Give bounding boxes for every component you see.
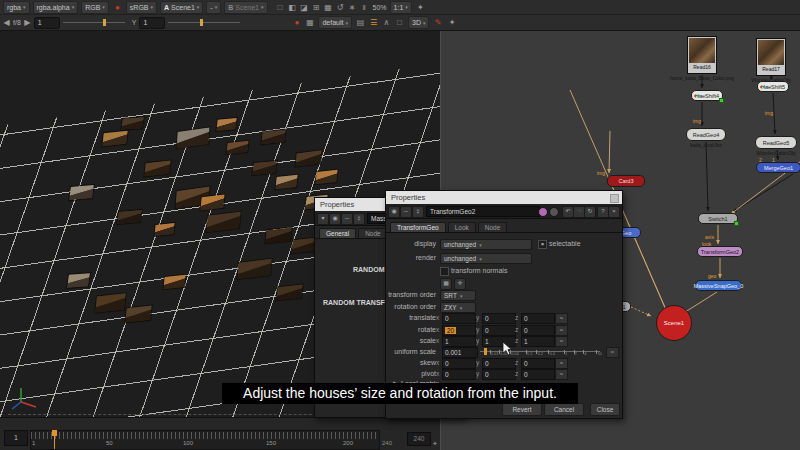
node-read17[interactable]: Read17 xyxy=(756,38,786,76)
uniform-scale-input[interactable]: 0.001 xyxy=(442,347,478,358)
node-mergegeo1[interactable]: MergeGeo1 xyxy=(756,162,800,173)
prev-view-icon[interactable]: ◀ xyxy=(3,17,10,28)
rotate-y-input[interactable]: 0 xyxy=(482,325,516,336)
next-view-icon[interactable]: ▶ xyxy=(24,17,31,28)
animation-curve-icon[interactable]: ≈ xyxy=(606,347,619,358)
tab-node[interactable]: Node xyxy=(358,228,388,238)
translate-z-input[interactable]: 0 xyxy=(521,313,555,324)
visibility-icon[interactable]: ✦ xyxy=(415,2,426,13)
playhead[interactable] xyxy=(54,431,55,449)
slider-handle[interactable] xyxy=(484,348,487,355)
rotate-x-input[interactable]: 20 xyxy=(442,325,476,336)
pause-icon[interactable]: ‖ xyxy=(359,2,370,13)
pixel-ratio-dropdown[interactable]: 1:1▾ xyxy=(390,1,412,14)
curve-icon[interactable]: ∧ xyxy=(381,17,392,28)
tab-node[interactable]: Node xyxy=(478,222,508,232)
collapse-icon[interactable]: ▾ xyxy=(317,213,329,225)
cache-icon[interactable]: ↺ xyxy=(335,2,346,13)
settings-icon[interactable]: ∗ xyxy=(347,2,358,13)
node-switch1[interactable]: Switch1 xyxy=(698,213,738,224)
colorspace-dropdown[interactable]: sRGB▾ xyxy=(126,1,157,14)
visibility-icon[interactable]: ✦ xyxy=(446,17,457,28)
gamma-slider[interactable] xyxy=(168,19,240,26)
gamma-input[interactable]: 1 xyxy=(139,17,165,29)
rotation-order-dropdown[interactable]: ZXY▾ xyxy=(440,302,476,313)
display-style-dropdown[interactable]: RGB▾ xyxy=(81,1,109,14)
mask-icon[interactable]: ▦ xyxy=(323,2,334,13)
timeline-ruler[interactable]: 150100150200 xyxy=(30,430,380,450)
render-dropdown[interactable]: unchanged▾ xyxy=(440,253,532,264)
input-b-dropdown[interactable]: BScene1▾ xyxy=(224,1,267,14)
float-icon[interactable]: ─ xyxy=(341,213,353,225)
cancel-button[interactable]: Cancel xyxy=(544,403,584,416)
fps-input[interactable]: 240 xyxy=(407,432,431,446)
transform-order-dropdown[interactable]: SRT▾ xyxy=(440,290,476,301)
close-button[interactable]: Close xyxy=(590,403,620,416)
screens-icon[interactable]: ◧ xyxy=(287,2,298,13)
node-hueshift5[interactable]: HueShift5 xyxy=(757,81,789,92)
gain-slider[interactable] xyxy=(63,19,125,26)
node-read16[interactable]: Read16 xyxy=(687,36,717,74)
float-icon[interactable]: ─ xyxy=(400,206,412,218)
channels-dropdown[interactable]: rgba▾ xyxy=(3,1,30,14)
gl-color-swatch[interactable] xyxy=(549,207,559,217)
skew-x-input[interactable]: 0 xyxy=(442,358,476,369)
viewer-lut-dropdown[interactable]: default▾ xyxy=(318,16,352,29)
gain-input[interactable]: 1 xyxy=(34,17,60,29)
wipe-icon[interactable]: ◪ xyxy=(299,2,310,13)
flame-icon[interactable]: ● xyxy=(291,17,302,28)
node-massivesnapgeo0[interactable]: MassiveSnapGeo_0 xyxy=(695,280,742,291)
current-frame-input[interactable]: 1 xyxy=(4,430,28,446)
branch-icon[interactable]: ‡ xyxy=(353,213,365,225)
monitor-out-icon[interactable]: ⊞ xyxy=(311,2,322,13)
view-mode-dropdown[interactable]: 3D▾ xyxy=(408,16,429,29)
animation-curve-icon[interactable]: ≈ xyxy=(555,313,568,324)
input-a-dropdown[interactable]: AScene1▾ xyxy=(160,1,203,14)
wand-icon[interactable]: ✦ xyxy=(432,440,438,448)
wipe-mode-dropdown[interactable]: -▾ xyxy=(206,1,221,14)
translate-x-input[interactable]: 0 xyxy=(442,313,476,324)
rotate-z-input[interactable]: 0 xyxy=(521,325,555,336)
stack-icon[interactable]: ☰ xyxy=(368,17,379,28)
gain-swatch-icon[interactable]: ● xyxy=(112,2,123,13)
node-color-swatch[interactable] xyxy=(538,207,548,217)
scale-z-input[interactable]: 1 xyxy=(521,336,555,347)
display-dropdown[interactable]: unchanged▾ xyxy=(440,239,532,250)
annotate-icon[interactable]: ✎ xyxy=(432,17,443,28)
animation-curve-icon[interactable]: ≈ xyxy=(555,358,568,369)
animation-curve-icon[interactable]: ≈ xyxy=(555,325,568,336)
axes-icon[interactable]: ✛ xyxy=(454,278,466,290)
node-hueshift4[interactable]: HueShift4 xyxy=(691,90,723,101)
skew-y-input[interactable]: 0 xyxy=(482,358,516,369)
tab-transformgeo[interactable]: TransformGeo xyxy=(390,222,446,232)
skew-z-input[interactable]: 0 xyxy=(521,358,555,369)
grid-icon[interactable]: ▦ xyxy=(304,17,315,28)
dock-icon[interactable] xyxy=(610,194,619,203)
center-node-icon[interactable]: ◉ xyxy=(329,213,341,225)
tab-look[interactable]: Look xyxy=(448,222,476,232)
display-icon[interactable]: □ xyxy=(275,2,286,13)
region-icon[interactable]: □ xyxy=(394,17,405,28)
scale-y-input[interactable]: 1 xyxy=(482,336,516,347)
animation-curve-icon[interactable]: ≈ xyxy=(555,336,568,347)
close-panel-icon[interactable]: × xyxy=(608,206,620,218)
selectable-checkbox[interactable]: × xyxy=(538,240,547,249)
revert-icon[interactable]: ↻ xyxy=(584,206,596,218)
translate-y-input[interactable]: 0 xyxy=(482,313,516,324)
node-transformgeo2[interactable]: TransformGeo2 xyxy=(697,246,743,257)
revert-button[interactable]: Revert xyxy=(502,403,542,416)
snap-menu-icon[interactable]: ▦ xyxy=(440,278,452,290)
uniform-scale-slider[interactable]: 0.010.020.040.10.20.412410 xyxy=(480,347,600,356)
node-readgeo5[interactable]: ReadGeo5 xyxy=(755,136,797,149)
transform-normals-checkbox[interactable] xyxy=(440,267,449,276)
scale-x-input[interactable]: 1 xyxy=(442,336,476,347)
branch-icon[interactable]: ‡ xyxy=(412,206,424,218)
tab-general[interactable]: General xyxy=(319,228,356,238)
center-node-icon[interactable]: ◉ xyxy=(388,206,400,218)
book-icon[interactable]: ▤ xyxy=(355,17,366,28)
node-card3[interactable]: Card3 xyxy=(607,175,645,187)
node-name-input[interactable]: TransformGeo2 xyxy=(426,206,540,217)
node-scene1[interactable]: Scene1 xyxy=(656,305,692,341)
node-readgeo4[interactable]: ReadGeo4 xyxy=(686,128,726,141)
alpha-channel-dropdown[interactable]: rgba.alpha▾ xyxy=(33,1,79,14)
